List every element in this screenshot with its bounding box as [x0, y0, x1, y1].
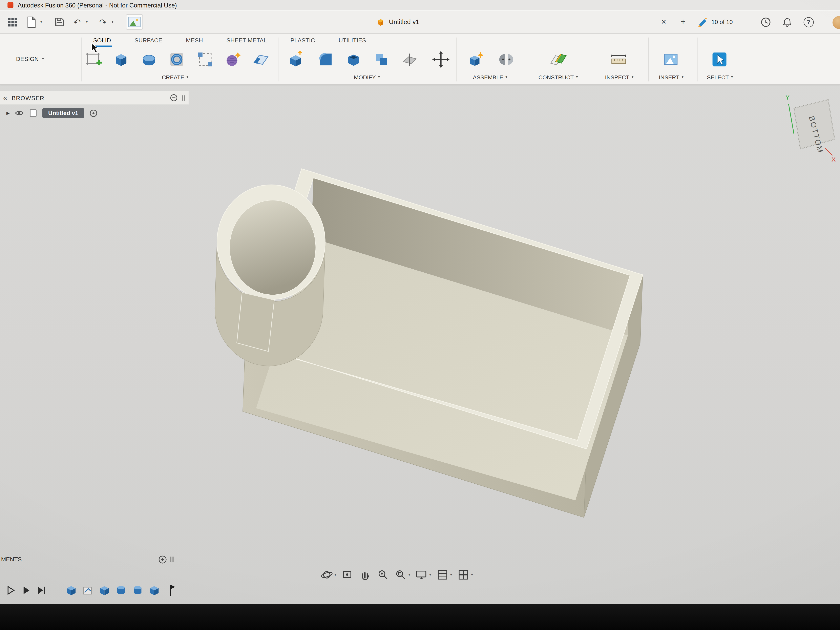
display-settings-button[interactable]: ▾	[415, 568, 431, 581]
timeline-play-button[interactable]	[5, 585, 16, 596]
timeline-position-marker[interactable]	[165, 584, 177, 597]
caret-down-icon: ▾	[682, 75, 684, 79]
add-icon: +	[681, 17, 685, 27]
visibility-eye-icon[interactable]	[14, 108, 24, 118]
group-inspect[interactable]: INSPECT ▾	[605, 74, 634, 81]
move-icon	[432, 50, 450, 68]
expand-node-icon[interactable]: ▸	[6, 109, 10, 117]
save-button[interactable]	[52, 11, 66, 33]
view-cube[interactable]: BOTTOM Y X	[778, 92, 840, 165]
combine-icon	[373, 50, 390, 68]
thumbnail-frame	[126, 14, 143, 30]
press-pull-tool[interactable]	[283, 48, 308, 71]
design-workspace-menu[interactable]: DESIGN ▾	[16, 56, 44, 62]
joint-tool[interactable]	[494, 48, 518, 71]
group-select[interactable]: SELECT ▾	[707, 74, 733, 81]
data-panel-button[interactable]	[5, 11, 19, 33]
tab-utilities[interactable]: UTILITIES	[338, 34, 367, 47]
move-copy-tool[interactable]	[428, 48, 453, 71]
redo-caret[interactable]: ▾	[109, 11, 116, 33]
tab-plastic[interactable]: PLASTIC	[289, 34, 316, 47]
group-construct[interactable]: CONSTRUCT ▾	[538, 74, 578, 81]
mouse-cursor	[91, 43, 99, 54]
redo-button[interactable]: ↷	[98, 11, 108, 33]
redo-icon: ↷	[99, 17, 107, 27]
combine-tool[interactable]	[369, 48, 394, 71]
close-tab-button[interactable]: ×	[658, 11, 669, 33]
panel-drag-handle[interactable]	[182, 95, 185, 101]
x-axis-label: X	[832, 156, 836, 163]
split-body-tool[interactable]	[398, 48, 422, 71]
extensions-button[interactable]	[696, 11, 709, 33]
undo-caret[interactable]: ▾	[84, 11, 90, 33]
fit-view-button[interactable]: ▾	[394, 568, 411, 581]
caret-down-icon: ▾	[112, 20, 114, 24]
extrude-icon	[112, 50, 130, 68]
hole-tool[interactable]	[164, 48, 189, 71]
collapse-panel-icon[interactable]: «	[3, 94, 8, 102]
file-menu-button[interactable]	[25, 11, 38, 33]
insert-canvas-tool[interactable]	[658, 48, 683, 71]
timeline-feature-extrude[interactable]	[98, 584, 110, 596]
timeline-feature-sketch[interactable]	[82, 584, 94, 596]
grid-snap-button[interactable]: ▾	[436, 568, 452, 581]
surface-patch-tool[interactable]	[249, 48, 273, 71]
notifications-button[interactable]	[780, 11, 794, 33]
orbit-button[interactable]: ▾	[321, 568, 336, 581]
caret-down-icon: ▾	[576, 75, 578, 79]
hole-icon	[167, 50, 186, 68]
measure-tool[interactable]	[606, 48, 631, 71]
timeline-feature-extrude[interactable]	[65, 584, 77, 596]
create-form-tool[interactable]	[221, 48, 245, 71]
new-component-tool[interactable]	[463, 48, 488, 71]
pattern-tool[interactable]	[193, 48, 218, 71]
group-modify-label: MODIFY	[354, 74, 376, 81]
construct-plane-tool[interactable]	[546, 48, 570, 71]
timeline-feature-extrude[interactable]	[148, 584, 160, 596]
file-menu-caret[interactable]: ▾	[38, 11, 44, 33]
viewports-button[interactable]: ▾	[457, 568, 473, 581]
ribbon-toolbar: DESIGN ▾ SOLID SURFACE MESH SHEET METAL …	[0, 33, 840, 85]
extrude-tool[interactable]	[109, 48, 133, 71]
document-tab[interactable]: Untitled v1	[376, 11, 419, 33]
divider	[279, 38, 279, 82]
thumbnail-home-button[interactable]	[125, 11, 144, 33]
look-at-icon	[341, 568, 354, 581]
job-status-button[interactable]	[759, 11, 772, 33]
group-create[interactable]: CREATE ▾	[162, 74, 188, 81]
group-modify[interactable]: MODIFY ▾	[354, 74, 380, 81]
timeline-feature-cylinder[interactable]	[115, 584, 127, 596]
remove-circle-icon[interactable]	[170, 94, 178, 102]
timeline-skip-to-end-button[interactable]	[36, 585, 47, 596]
browser-root-row[interactable]: ▸ Untitled v1	[0, 105, 189, 121]
extensions-count-label: 10 of 10	[711, 19, 733, 25]
timeline-feature-cylinder[interactable]	[132, 584, 144, 596]
timeline-step-forward-button[interactable]	[21, 585, 32, 596]
zoom-button[interactable]	[377, 568, 390, 581]
pan-button[interactable]	[359, 568, 372, 581]
tab-sheet-metal[interactable]: SHEET METAL	[225, 34, 268, 47]
new-tab-button[interactable]: +	[677, 11, 689, 33]
look-at-button[interactable]	[341, 568, 354, 581]
activate-component-icon[interactable]	[89, 109, 98, 117]
caret-down-icon: ▾	[429, 573, 431, 577]
clock-icon	[760, 16, 771, 28]
undo-button[interactable]: ↶	[72, 11, 82, 33]
revolve-icon	[140, 50, 158, 68]
add-circle-icon[interactable]	[158, 555, 167, 564]
tab-mesh[interactable]: MESH	[185, 34, 204, 47]
group-assemble[interactable]: ASSEMBLE ▾	[473, 74, 507, 81]
panel-drag-handle[interactable]	[171, 557, 174, 562]
divider	[698, 38, 698, 82]
browser-panel: « BROWSER ▸ Untitled v1	[0, 91, 189, 121]
select-tool[interactable]	[707, 48, 732, 71]
measure-icon	[609, 50, 628, 68]
tab-surface[interactable]: SURFACE	[133, 34, 163, 47]
help-button[interactable]: ?	[801, 11, 815, 33]
user-avatar[interactable]	[832, 16, 840, 29]
browser-item-untitled[interactable]: Untitled v1	[43, 108, 84, 118]
group-insert[interactable]: INSERT ▾	[659, 74, 684, 81]
revolve-tool[interactable]	[137, 48, 161, 71]
fillet-tool[interactable]	[313, 48, 338, 71]
shell-tool[interactable]	[341, 48, 366, 71]
